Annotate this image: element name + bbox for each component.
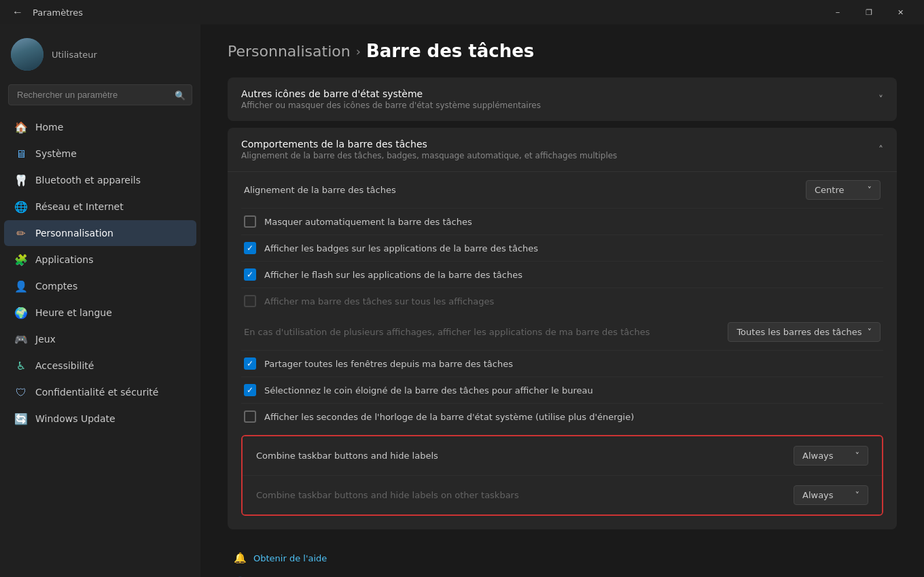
highlighted-box: Combine taskbar buttons and hide labels … [241, 435, 883, 516]
sidebar: Utilisateur 🔍 🏠 Home 🖥 Système 🦷 Bluetoo… [0, 24, 200, 577]
close-button[interactable]: ✕ [885, 0, 916, 24]
back-button[interactable]: ← [8, 5, 27, 20]
highlight-dropdown-1[interactable]: Always ˅ [794, 446, 868, 466]
update-nav-icon: 🔄 [15, 413, 27, 425]
sidebar-item-home[interactable]: 🏠 Home [4, 114, 196, 140]
multi-display-value: Toutes les barres des tâches [736, 327, 861, 337]
multi-display-dropdown[interactable]: Toutes les barres des tâches ˅ [728, 322, 881, 342]
other-icons-section: Autres icônes de barre d'état système Af… [228, 77, 897, 121]
highlight-chevron-2-icon: ˅ [855, 490, 860, 500]
alignment-dropdown[interactable]: Centre ˅ [806, 180, 881, 200]
highlight-value-1: Always [802, 451, 834, 461]
sidebar-item-update[interactable]: 🔄 Windows Update [4, 406, 196, 432]
sidebar-item-bluetooth[interactable]: 🦷 Bluetooth et appareils [4, 167, 196, 193]
titlebar-controls: − ❐ ✕ [822, 0, 916, 24]
titlebar-title: Paramètres [33, 7, 83, 18]
highlight-row-1: Combine taskbar buttons and hide labels … [243, 436, 882, 476]
breadcrumb-current: Barre des tâches [366, 41, 534, 61]
behaviors-title: Comportements de la barre des tâches [241, 139, 617, 150]
help-label: Obtenir de l'aide [253, 553, 327, 563]
sidebar-item-network[interactable]: 🌐 Réseau et Internet [4, 194, 196, 220]
privacy-nav-icon: 🛡 [15, 386, 27, 398]
accessibility-nav-label: Accessibilité [35, 360, 94, 371]
sidebar-item-gaming[interactable]: 🎮 Jeux [4, 326, 196, 352]
sidebar-item-time[interactable]: 🌍 Heure et langue [4, 300, 196, 326]
privacy-nav-label: Confidentialité et sécurité [35, 387, 158, 398]
maximize-button[interactable]: ❐ [853, 0, 885, 24]
accounts-nav-label: Comptes [35, 281, 77, 292]
alignment-row: Alignement de la barre des tâches Centre… [241, 172, 883, 209]
checkbox-share_windows[interactable] [244, 357, 256, 370]
behaviors-chevron: ˄ [878, 144, 883, 155]
network-nav-icon: 🌐 [15, 200, 27, 213]
multi-display-label: En cas d'utilisation de plusieurs affich… [244, 327, 728, 337]
profile-section: Utilisateur [0, 24, 200, 82]
checkbox-label-auto_hide: Masquer automatiquement la barre des tâc… [264, 217, 472, 227]
breadcrumb: Personnalisation › Barre des tâches [228, 41, 897, 61]
checkbox-badges[interactable] [244, 242, 256, 254]
sidebar-item-apps[interactable]: 🧩 Applications [4, 247, 196, 273]
sidebar-item-privacy[interactable]: 🛡 Confidentialité et sécurité [4, 379, 196, 405]
search-icon: 🔍 [175, 90, 185, 100]
gaming-nav-label: Jeux [35, 334, 56, 345]
network-nav-label: Réseau et Internet [35, 201, 124, 212]
highlight-value-2: Always [802, 490, 834, 500]
bluetooth-nav-label: Bluetooth et appareils [35, 175, 141, 186]
checkbox-multi_display[interactable] [244, 295, 256, 307]
feedback-link[interactable]: 👤 Envoyer des commentaires [230, 570, 894, 577]
checkbox-row-seconds: Afficher les secondes de l'horloge de la… [241, 404, 883, 430]
highlighted-inner: Combine taskbar buttons and hide labels … [243, 436, 882, 514]
checkbox-row-auto_hide: Masquer automatiquement la barre des tâc… [241, 209, 883, 235]
breadcrumb-parent: Personnalisation [228, 43, 351, 60]
personalisation-nav-icon: ✏ [15, 227, 27, 239]
checkbox-label-multi_display: Afficher ma barre des tâches sur tous le… [264, 296, 494, 307]
apps-nav-label: Applications [35, 254, 94, 265]
time-nav-icon: 🌍 [15, 307, 27, 319]
checkboxes-group1: Masquer automatiquement la barre des tâc… [241, 209, 883, 314]
search-input[interactable] [8, 84, 192, 105]
multi-display-row: En cas d'utilisation de plusieurs affich… [241, 314, 883, 351]
help-icon: 🔔 [233, 551, 247, 565]
titlebar: ← Paramètres − ❐ ✕ [0, 0, 924, 24]
profile-name: Utilisateur [52, 50, 97, 60]
sidebar-item-accounts[interactable]: 👤 Comptes [4, 273, 196, 299]
highlight-label-1: Combine taskbar buttons and hide labels [256, 451, 438, 461]
sidebar-item-system[interactable]: 🖥 Système [4, 141, 196, 167]
main-content: Personnalisation › Barre des tâches Autr… [200, 24, 924, 577]
behaviors-subtitle: Alignement de la barre des tâches, badge… [241, 151, 617, 160]
other-icons-chevron: ˅ [878, 94, 883, 105]
checkbox-corner_desktop[interactable] [244, 384, 256, 396]
other-icons-title: Autres icônes de barre d'état système [241, 88, 541, 99]
help-link[interactable]: 🔔 Obtenir de l'aide [230, 546, 894, 570]
checkbox-row-corner_desktop: Sélectionnez le coin éloigné de la barre… [241, 377, 883, 404]
apps-nav-icon: 🧩 [15, 253, 27, 266]
minimize-button[interactable]: − [822, 0, 853, 24]
checkboxes-group2: Partager toutes les fenêtres depuis ma b… [241, 351, 883, 430]
personalisation-nav-label: Personnalisation [35, 228, 113, 239]
behaviors-title-block: Comportements de la barre des tâches Ali… [241, 139, 617, 160]
behaviors-section: Comportements de la barre des tâches Ali… [228, 128, 897, 529]
sidebar-item-personalisation[interactable]: ✏ Personnalisation [4, 220, 196, 246]
alignment-chevron-icon: ˅ [868, 185, 872, 195]
checkbox-row-badges: Afficher les badges sur les applications… [241, 235, 883, 262]
sidebar-item-accessibility[interactable]: ♿ Accessibilité [4, 353, 196, 379]
bluetooth-nav-icon: 🦷 [15, 174, 27, 186]
checkbox-flash[interactable] [244, 268, 256, 281]
alignment-value: Centre [815, 185, 844, 195]
checkbox-label-corner_desktop: Sélectionnez le coin éloigné de la barre… [264, 385, 593, 396]
other-icons-subtitle: Afficher ou masquer des icônes de barre … [241, 101, 541, 110]
avatar-image [11, 38, 43, 71]
breadcrumb-arrow: › [356, 44, 361, 58]
behaviors-body: Alignement de la barre des tâches Centre… [228, 171, 897, 529]
search-box: 🔍 [8, 84, 192, 105]
accounts-nav-icon: 👤 [15, 280, 27, 292]
titlebar-left: ← Paramètres [8, 5, 83, 20]
checkbox-row-flash: Afficher le flash sur les applications d… [241, 262, 883, 288]
checkbox-label-badges: Afficher les badges sur les applications… [264, 243, 538, 253]
checkbox-auto_hide[interactable] [244, 215, 256, 228]
checkbox-seconds[interactable] [244, 410, 256, 423]
highlight-dropdown-2[interactable]: Always ˅ [794, 485, 868, 505]
other-icons-header[interactable]: Autres icônes de barre d'état système Af… [228, 77, 897, 121]
behaviors-header[interactable]: Comportements de la barre des tâches Ali… [228, 128, 897, 171]
checkbox-row-share_windows: Partager toutes les fenêtres depuis ma b… [241, 351, 883, 377]
